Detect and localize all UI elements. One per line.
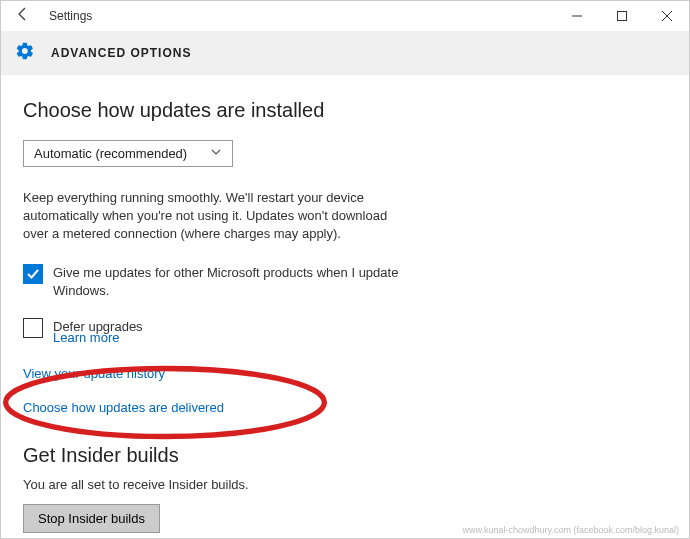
minimize-button[interactable]	[554, 1, 599, 31]
page-title: ADVANCED OPTIONS	[51, 46, 191, 60]
chevron-down-icon	[210, 146, 222, 161]
page-header: ADVANCED OPTIONS	[1, 31, 689, 75]
view-update-history-link[interactable]: View your update history	[23, 366, 165, 381]
close-button[interactable]	[644, 1, 689, 31]
back-button[interactable]	[15, 6, 31, 26]
main-content: Choose how updates are installed Automat…	[1, 75, 689, 539]
checkbox-row-other-products: Give me updates for other Microsoft prod…	[23, 264, 667, 300]
insider-status-text: You are all set to receive Insider build…	[23, 477, 667, 492]
insider-section: Get Insider builds You are all set to re…	[23, 444, 667, 533]
update-mode-dropdown[interactable]: Automatic (recommended)	[23, 140, 233, 167]
section-heading-updates: Choose how updates are installed	[23, 99, 667, 122]
maximize-button[interactable]	[599, 1, 644, 31]
checkbox-other-products[interactable]	[23, 264, 43, 284]
section-heading-insider: Get Insider builds	[23, 444, 667, 467]
update-description: Keep everything running smoothly. We'll …	[23, 189, 393, 244]
watermark-text: www.kunal-chowdhury.com (facebook.com/bl…	[463, 525, 679, 535]
settings-gear-icon	[15, 41, 35, 65]
titlebar: Settings	[1, 1, 689, 31]
dropdown-value: Automatic (recommended)	[34, 146, 187, 161]
choose-delivery-link[interactable]: Choose how updates are delivered	[23, 400, 224, 415]
checkbox-other-products-label: Give me updates for other Microsoft prod…	[53, 264, 403, 300]
stop-insider-button[interactable]: Stop Insider builds	[23, 504, 160, 533]
checkbox-defer-upgrades[interactable]	[23, 318, 43, 338]
window-controls	[554, 1, 689, 31]
window-title: Settings	[49, 9, 92, 23]
svg-rect-1	[617, 12, 626, 21]
learn-more-link[interactable]: Learn more	[53, 330, 119, 345]
